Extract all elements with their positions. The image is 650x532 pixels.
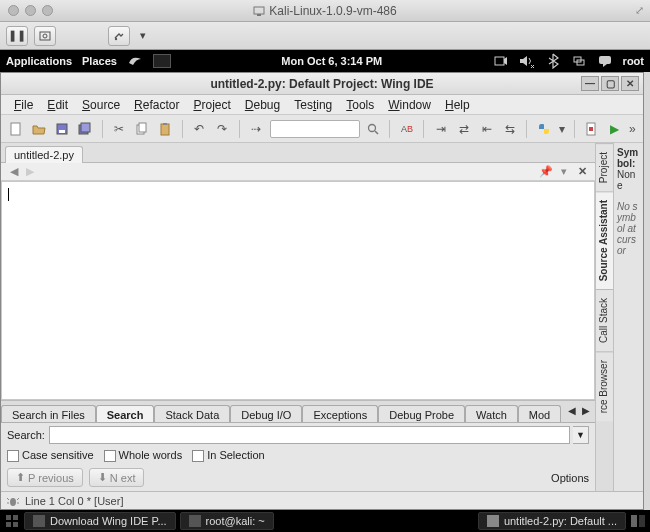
svg-rect-8 (599, 56, 611, 64)
run-menu-icon[interactable]: » (628, 119, 638, 139)
search-history-dropdown-icon[interactable]: ▼ (573, 426, 589, 444)
next-button[interactable]: ⬇ Next (89, 468, 145, 487)
vm-icon (253, 5, 265, 17)
settings-vm-button[interactable] (108, 26, 130, 46)
menu-project[interactable]: Project (186, 96, 237, 114)
terminal-launcher-icon[interactable] (153, 54, 171, 68)
step-over-button[interactable]: ⇄ (454, 119, 473, 139)
menu-help[interactable]: Help (438, 96, 477, 114)
maximize-button[interactable]: ▢ (601, 76, 619, 91)
bottom-tabstrip: Search in Files Search Stack Data Debug … (1, 401, 595, 423)
wing-icon (487, 515, 499, 527)
search-input[interactable] (49, 426, 570, 444)
desktop: untitled-2.py: Default Project: Wing IDE… (0, 72, 650, 510)
vm-toolbar: ❚❚ ▾ (0, 22, 650, 50)
pause-vm-button[interactable]: ❚❚ (6, 26, 28, 46)
tab-debug-io[interactable]: Debug I/O (230, 405, 302, 423)
vtab-project[interactable]: Project (596, 143, 613, 191)
tab-search-in-files[interactable]: Search in Files (1, 405, 96, 423)
paste-button[interactable] (156, 119, 175, 139)
stop-button[interactable] (582, 119, 601, 139)
recorder-tray-icon[interactable] (493, 53, 509, 69)
undo-button[interactable]: ↶ (190, 119, 209, 139)
right-sidebar: Project Source Assistant Call Stack rce … (595, 143, 643, 491)
bug-icon[interactable] (7, 495, 19, 507)
vtab-source-browser[interactable]: rce Browser (596, 351, 613, 421)
show-desktop-icon[interactable] (4, 513, 20, 529)
menu-window[interactable]: Window (381, 96, 438, 114)
taskbar-item-terminal[interactable]: root@kali: ~ (180, 512, 274, 530)
svg-line-19 (375, 131, 378, 134)
in-selection-checkbox[interactable]: In Selection (192, 449, 265, 462)
python-button[interactable] (534, 119, 553, 139)
goto-button[interactable]: ⇢ (247, 119, 266, 139)
file-tab[interactable]: untitled-2.py (5, 146, 83, 163)
save-all-button[interactable] (76, 119, 95, 139)
copy-button[interactable] (133, 119, 152, 139)
tab-watch[interactable]: Watch (465, 405, 518, 423)
menu-source[interactable]: Source (75, 96, 127, 114)
check-button[interactable]: AB (397, 119, 416, 139)
whole-words-checkbox[interactable]: Whole words (104, 449, 183, 462)
previous-button[interactable]: ⬆ Previous (7, 468, 83, 487)
vtab-source-assistant[interactable]: Source Assistant (596, 191, 613, 289)
new-file-button[interactable] (7, 119, 26, 139)
tab-search[interactable]: Search (96, 405, 155, 423)
tab-stack-data[interactable]: Stack Data (154, 405, 230, 423)
run-button[interactable]: ▶ (605, 119, 624, 139)
search-icon[interactable] (364, 119, 383, 139)
pin-icon[interactable]: 📌 (539, 165, 553, 179)
case-sensitive-checkbox[interactable]: Case sensitive (7, 449, 94, 462)
step-return-button[interactable]: ⇆ (500, 119, 519, 139)
taskbar-item-download[interactable]: Download Wing IDE P... (24, 512, 176, 530)
taskbar-item-wing[interactable]: untitled-2.py: Default ... (478, 512, 626, 530)
python-dropdown-icon[interactable]: ▾ (557, 119, 567, 139)
tab-modules[interactable]: Mod (518, 405, 561, 423)
nav-forward-icon[interactable]: ▶ (23, 165, 37, 179)
svg-rect-27 (6, 515, 11, 520)
menu-refactor[interactable]: Refactor (127, 96, 186, 114)
vtab-call-stack[interactable]: Call Stack (596, 289, 613, 351)
close-editor-icon[interactable]: ✕ (575, 165, 589, 179)
wing-ide-window: untitled-2.py: Default Project: Wing IDE… (0, 72, 644, 510)
applications-menu[interactable]: Applications (6, 55, 72, 67)
tab-scroll-right-icon[interactable]: ▶ (579, 404, 593, 418)
user-menu[interactable]: root (623, 55, 644, 67)
fullscreen-icon[interactable]: ⤢ (635, 4, 644, 17)
snapshot-vm-button[interactable] (34, 26, 56, 46)
cut-button[interactable]: ✂ (110, 119, 129, 139)
browser-icon (33, 515, 45, 527)
nav-back-icon[interactable]: ◀ (7, 165, 21, 179)
menu-debug[interactable]: Debug (238, 96, 287, 114)
tab-debug-probe[interactable]: Debug Probe (378, 405, 465, 423)
wing-titlebar[interactable]: untitled-2.py: Default Project: Wing IDE… (1, 73, 643, 95)
save-button[interactable] (53, 119, 72, 139)
step-out-button[interactable]: ⇤ (477, 119, 496, 139)
gnome-top-bar: Applications Places Mon Oct 6, 3:14 PM r… (0, 50, 650, 72)
options-link[interactable]: Options (551, 472, 589, 484)
vm-dropdown-icon[interactable]: ▾ (136, 26, 150, 46)
clock[interactable]: Mon Oct 6, 3:14 PM (179, 55, 485, 67)
bluetooth-tray-icon[interactable] (545, 53, 561, 69)
symbol-message: No symbol at cursor (617, 201, 640, 256)
menu-edit[interactable]: Edit (40, 96, 75, 114)
menu-testing[interactable]: Testing (287, 96, 339, 114)
editor-menu-icon[interactable]: ▾ (557, 165, 571, 179)
places-menu[interactable]: Places (82, 55, 117, 67)
open-file-button[interactable] (30, 119, 49, 139)
close-button[interactable]: ✕ (621, 76, 639, 91)
redo-button[interactable]: ↷ (213, 119, 232, 139)
step-into-button[interactable]: ⇥ (431, 119, 450, 139)
tab-exceptions[interactable]: Exceptions (302, 405, 378, 423)
minimize-button[interactable]: — (581, 76, 599, 91)
menu-tools[interactable]: Tools (339, 96, 381, 114)
tab-scroll-left-icon[interactable]: ◀ (565, 404, 579, 418)
workspace-switcher-icon[interactable] (630, 513, 646, 529)
volume-tray-icon[interactable] (519, 53, 535, 69)
kali-dragon-icon[interactable] (127, 53, 143, 69)
code-editor[interactable] (1, 181, 595, 400)
toolbar-search-input[interactable] (270, 120, 360, 138)
menu-file[interactable]: File (7, 96, 40, 114)
network-tray-icon[interactable] (571, 53, 587, 69)
notification-tray-icon[interactable] (597, 53, 613, 69)
